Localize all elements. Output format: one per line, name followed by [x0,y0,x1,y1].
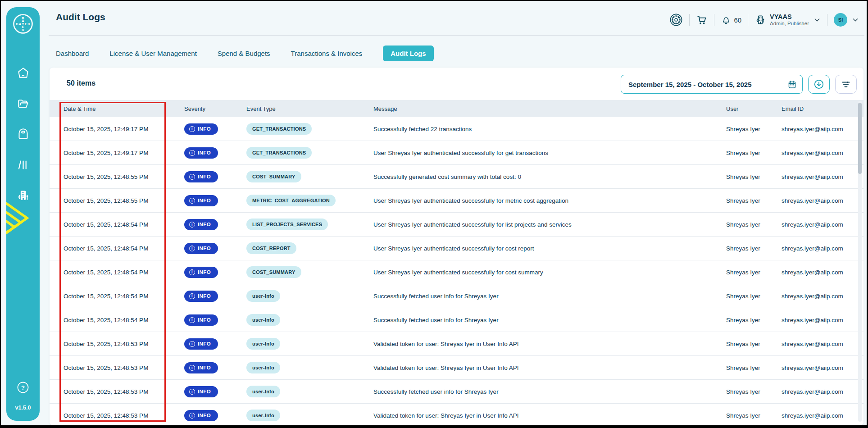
cell-user: Shreyas Iyer [726,126,782,132]
table-row[interactable]: October 15, 2025, 12:48:53 PM iINFO user… [50,380,863,404]
cell-severity: iINFO [179,219,241,230]
tab-bar: Dashboard License & User Management Spen… [56,44,434,62]
cart-button[interactable] [696,14,708,26]
table-row[interactable]: October 15, 2025, 12:48:53 PM iINFO user… [50,356,863,380]
version-label: v1.5.0 [6,405,40,411]
cell-email: shreyas.iyer@aiip.com [782,412,863,419]
event-type-badge: LIST_PROJECTS_SERVICES [246,219,328,230]
scrollbar-thumb[interactable] [858,103,862,174]
tab-audit-logs[interactable]: Audit Logs [383,46,433,61]
cell-message: Validated token for user: Shreyas Iyer i… [368,364,726,371]
table-header-row: Date & Time Severity Event Type Message … [50,100,863,117]
divider [714,14,714,26]
severity-badge: iINFO [184,147,218,159]
filter-button[interactable] [835,75,857,94]
cell-user: Shreyas Iyer [726,150,782,156]
organization-icon [754,14,766,26]
sidebar-item-marketplace[interactable] [15,126,31,141]
divider [827,14,827,26]
cell-datetime: October 15, 2025, 12:48:53 PM [50,364,179,371]
notifications-button[interactable]: 60 [721,14,741,25]
cell-user: Shreyas Iyer [726,364,782,371]
sidebar-item-library[interactable] [15,157,31,172]
sidebar-item-home[interactable] [15,65,31,80]
severity-badge: iINFO [184,386,218,397]
cell-severity: iINFO [179,123,241,135]
cell-severity: iINFO [179,195,241,206]
info-icon: i [189,269,195,275]
column-header-message[interactable]: Message [368,105,726,112]
info-icon: i [189,222,195,228]
tab-transactions-invoices[interactable]: Transactions & Invoices [291,50,363,57]
cart-icon [696,14,708,26]
org-switcher[interactable]: VYAAS Admin, Publisher [754,13,821,27]
severity-badge: iINFO [184,410,218,421]
user-menu[interactable]: SI [834,13,859,27]
cell-event-type: METRIC_COST_AGGREGATION [241,195,368,206]
info-icon: i [189,126,195,132]
library-icon [17,159,29,171]
svg-text:?: ? [21,384,25,391]
info-icon: i [189,365,195,371]
audit-logs-card: 50 items September 15, 2025 - October 15… [50,68,863,425]
table-row[interactable]: October 15, 2025, 12:49:17 PM iINFO GET_… [50,141,863,165]
table-row[interactable]: October 15, 2025, 12:48:55 PM iINFO METR… [50,189,863,213]
chevron-down-icon [813,16,821,23]
table-row[interactable]: October 15, 2025, 12:48:53 PM iINFO user… [50,404,863,425]
event-type-badge: user-Info [246,290,280,302]
cell-severity: iINFO [179,147,241,159]
event-type-badge: GET_TRANSACTIONS [246,123,312,135]
sidebar: BAYER BAER [6,7,40,421]
filter-icon [841,79,851,90]
svg-text:A: A [19,22,22,26]
cell-email: shreyas.iyer@aiip.com [782,341,863,347]
cell-user: Shreyas Iyer [726,341,782,347]
column-header-datetime[interactable]: Date & Time [50,105,179,112]
bayer-logo[interactable]: BAYER BAER [6,7,40,34]
cell-message: Validated token for user: Shreyas Iyer i… [368,341,726,347]
table-row[interactable]: October 15, 2025, 12:49:17 PM iINFO GET_… [50,117,863,141]
event-type-badge: user-Info [246,362,280,373]
cell-message: User Shreyas Iyer authenticated successf… [368,245,726,252]
severity-badge: iINFO [184,314,218,326]
items-count: 50 items [67,79,95,87]
cell-datetime: October 15, 2025, 12:48:54 PM [50,317,179,323]
table-row[interactable]: October 15, 2025, 12:48:53 PM iINFO user… [50,332,863,356]
severity-badge: iINFO [184,123,218,135]
cell-email: shreyas.iyer@aiip.com [782,293,863,300]
cell-event-type: user-Info [241,410,368,421]
date-range-picker[interactable]: September 15, 2025 - October 15, 2025 [621,75,803,94]
tab-license-user-management[interactable]: License & User Management [109,50,196,57]
cell-severity: iINFO [179,243,241,254]
tab-dashboard[interactable]: Dashboard [56,50,89,57]
column-header-email[interactable]: Email ID [782,105,863,112]
cell-user: Shreyas Iyer [726,293,782,300]
event-type-badge: user-Info [246,386,280,397]
svg-text:B: B [16,22,18,26]
severity-badge: iINFO [184,195,218,206]
cell-datetime: October 15, 2025, 12:48:53 PM [50,412,179,419]
table-row[interactable]: October 15, 2025, 12:48:55 PM iINFO COST… [50,165,863,189]
table-row[interactable]: October 15, 2025, 12:48:54 PM iINFO user… [50,308,863,332]
cell-user: Shreyas Iyer [726,245,782,252]
table-row[interactable]: October 15, 2025, 12:48:54 PM iINFO COST… [50,237,863,260]
tab-spend-budgets[interactable]: Spend & Budgets [218,50,270,57]
column-header-user[interactable]: User [726,105,782,112]
svg-text:R: R [27,22,30,26]
table-row[interactable]: October 15, 2025, 12:48:54 PM iINFO user… [50,284,863,308]
cell-event-type: GET_TRANSACTIONS [241,123,368,135]
event-type-badge: user-Info [246,410,280,421]
help-button[interactable]: ? [6,381,40,394]
table-body: October 15, 2025, 12:49:17 PM iINFO GET_… [50,117,863,425]
cell-datetime: October 15, 2025, 12:48:55 PM [50,173,179,180]
cell-user: Shreyas Iyer [726,221,782,228]
sidebar-item-projects[interactable] [15,96,31,111]
column-header-event-type[interactable]: Event Type [241,105,368,112]
download-button[interactable] [808,75,830,94]
settings-button[interactable] [669,13,683,27]
cell-message: User Shreyas Iyer authenticated successf… [368,150,726,156]
divider [689,14,690,26]
column-header-severity[interactable]: Severity [179,105,241,112]
table-row[interactable]: October 15, 2025, 12:48:54 PM iINFO LIST… [50,213,863,237]
table-row[interactable]: October 15, 2025, 12:48:54 PM iINFO COST… [50,260,863,284]
